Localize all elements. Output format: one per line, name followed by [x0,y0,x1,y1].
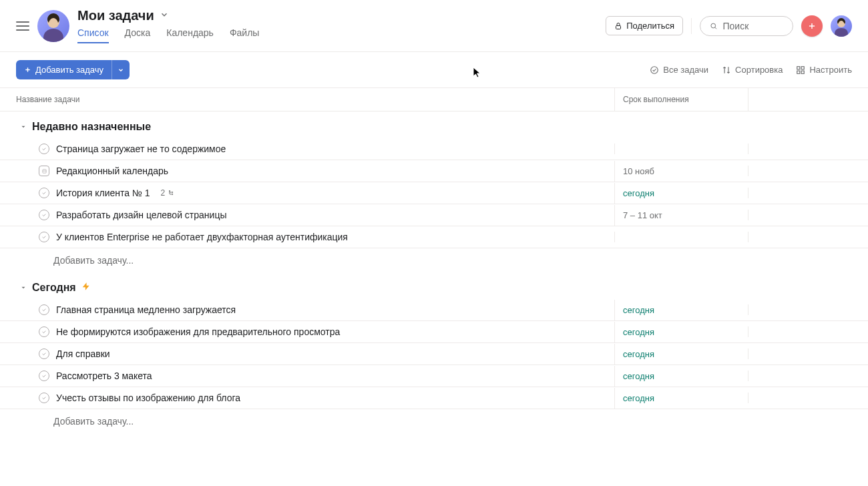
task-due-cell[interactable]: сегодня [614,388,748,409]
task-name-cell[interactable]: Учесть отзывы по изображению для блога [0,387,614,409]
svg-point-9 [651,66,658,73]
task-extra-cell[interactable] [748,144,868,154]
task-name: Редакционный календарь [56,166,168,176]
task-name-cell[interactable]: Рассмотреть 3 макета [0,365,614,387]
task-extra-cell[interactable] [748,348,868,359]
task-name: Не формируются изображения для предварит… [56,326,340,337]
task-due-cell[interactable]: сегодня [614,183,748,204]
task-row[interactable]: Главная страница медленно загружаетсясег… [0,299,868,321]
task-name-cell[interactable]: Редакционный календарь [0,160,614,182]
divider [691,18,692,34]
complete-task-icon[interactable] [39,144,49,154]
global-add-button[interactable] [801,15,823,37]
search-input[interactable] [723,21,783,31]
task-name-cell[interactable]: История клиента № 12 [0,182,614,204]
lightning-icon [81,282,91,294]
chevron-down-icon [118,67,124,73]
task-extra-cell[interactable] [748,210,868,220]
complete-task-icon[interactable] [39,304,49,315]
task-row[interactable]: Страница загружает не то содержимое [0,138,868,160]
col-header-due[interactable]: Срок выполнения [614,88,748,111]
complete-task-icon[interactable] [39,326,49,337]
section-header[interactable]: Сегодня [0,272,868,299]
task-due-cell[interactable]: сегодня [614,344,748,364]
add-task-placeholder[interactable]: Добавить задачу... [0,248,868,272]
col-header-name[interactable]: Название задачи [0,88,614,111]
task-extra-cell[interactable] [748,166,868,176]
search-box[interactable] [700,16,793,36]
task-due-cell[interactable]: 7 – 11 окт [614,205,748,226]
task-due-cell[interactable]: сегодня [614,366,748,387]
share-button[interactable]: Поделиться [606,16,683,35]
share-label: Поделиться [626,21,674,31]
complete-task-icon[interactable] [39,210,49,220]
task-due-cell[interactable]: сегодня [614,322,748,342]
section-title: Недавно назначенные [32,121,151,133]
sort-icon [722,65,731,75]
complete-task-icon[interactable] [39,371,49,381]
complete-task-icon[interactable] [39,348,49,359]
task-extra-cell[interactable] [748,188,868,198]
tabs: Список Доска Календарь Файлы [77,27,598,43]
task-row[interactable]: Учесть отзывы по изображению для блогасе… [0,387,868,409]
task-name-cell[interactable]: Страница загружает не то содержимое [0,138,614,160]
tab-board[interactable]: Доска [125,27,151,43]
task-extra-cell[interactable] [748,232,868,242]
customize-icon [796,65,805,75]
customize-button[interactable]: Настроить [796,65,852,75]
complete-task-icon[interactable] [39,393,49,403]
lock-icon [614,22,622,30]
svg-point-17 [172,194,174,195]
svg-rect-10 [797,66,800,69]
task-due-cell[interactable] [614,232,748,242]
complete-task-icon[interactable] [39,188,49,198]
task-row[interactable]: У клиентов Enterprise не работает двухфа… [0,226,868,248]
task-due-cell[interactable] [614,144,748,154]
task-extra-cell[interactable] [748,304,868,315]
header-right: Поделиться [606,15,852,37]
tab-calendar[interactable]: Календарь [166,27,214,43]
tab-files[interactable]: Файлы [230,27,259,43]
task-due-cell[interactable]: сегодня [614,300,748,320]
task-name-cell[interactable]: Для справки [0,343,614,364]
toolbar: Добавить задачу Все задачи Сортировка На… [0,52,868,87]
app-header: Мои задачи Список Доска Календарь Файлы … [0,0,868,52]
user-avatar-large[interactable] [37,10,69,42]
task-section: СегодняГлавная страница медленно загружа… [0,272,868,433]
svg-rect-13 [802,71,805,73]
task-name-cell[interactable]: Не формируются изображения для предварит… [0,321,614,342]
task-row[interactable]: История клиента № 12сегодня [0,182,868,204]
task-row[interactable]: Рассмотреть 3 макетасегодня [0,365,868,387]
task-name: Страница загружает не то содержимое [56,144,226,154]
hamburger-menu-icon[interactable] [16,21,29,31]
task-extra-cell[interactable] [748,326,868,337]
task-extra-cell[interactable] [748,371,868,381]
section-header[interactable]: Недавно назначенные [0,111,868,138]
plus-icon [24,66,31,73]
task-name-cell[interactable]: Главная страница медленно загружается [0,299,614,320]
svg-rect-12 [797,71,800,73]
title-block: Мои задачи Список Доска Календарь Файлы [77,8,598,43]
title-chevron-down-icon[interactable] [160,10,169,21]
task-name-cell[interactable]: У клиентов Enterprise не работает двухфа… [0,226,614,248]
task-extra-cell[interactable] [748,393,868,403]
task-row[interactable]: Редакционный календарь10 нояб [0,160,868,182]
user-avatar-small[interactable] [831,15,852,37]
task-name: Для справки [56,348,110,359]
add-task-placeholder[interactable]: Добавить задачу... [0,409,868,433]
add-task-dropdown-button[interactable] [112,60,130,79]
complete-task-icon[interactable] [39,232,49,242]
task-section: Недавно назначенныеСтраница загружает не… [0,111,868,272]
task-row[interactable]: Для справкисегодня [0,343,868,365]
add-task-button[interactable]: Добавить задачу [16,60,112,79]
section-caret-icon [20,282,27,294]
col-header-extra[interactable] [748,88,868,111]
task-due-cell[interactable]: 10 нояб [614,161,748,182]
tab-list[interactable]: Список [77,27,109,43]
task-row[interactable]: Не формируются изображения для предварит… [0,321,868,343]
all-tasks-filter[interactable]: Все задачи [650,65,708,75]
task-row[interactable]: Разработать дизайн целевой страницы7 – 1… [0,204,868,226]
task-name-cell[interactable]: Разработать дизайн целевой страницы [0,204,614,226]
task-name: Разработать дизайн целевой страницы [56,210,227,220]
sort-button[interactable]: Сортировка [722,65,783,75]
